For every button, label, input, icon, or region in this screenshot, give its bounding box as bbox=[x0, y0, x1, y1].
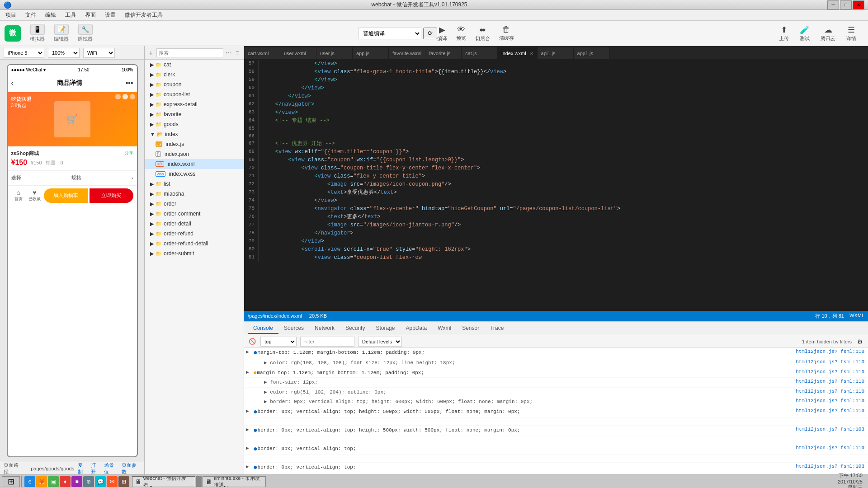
switch-btn[interactable]: ⬌ 切后台 bbox=[475, 25, 490, 42]
taskbar-kminrite[interactable]: 🖥 kminrite.exe - 市用度推通... bbox=[203, 476, 266, 487]
tab-cart-wxml[interactable]: cart.wxml bbox=[244, 47, 280, 59]
devtools-content[interactable]: ▶ ● margin-top: 1.12em; margin-bottom: 1… bbox=[244, 348, 868, 474]
tree-item-cat[interactable]: ▶ 📁 cat bbox=[145, 60, 244, 70]
refresh-btn[interactable]: ⟳ bbox=[423, 28, 437, 39]
code-content[interactable]: 57 </view> 58 <view class="flex-grow-1 t… bbox=[244, 60, 868, 311]
compile-btn[interactable]: ▶ 编译 bbox=[437, 25, 447, 42]
devtools-tab-security[interactable]: Security bbox=[340, 323, 370, 334]
tree-item-index[interactable]: ▼ 📂 index bbox=[145, 129, 244, 139]
tree-item-goods[interactable]: ▶ 📁 goods bbox=[145, 119, 244, 129]
fav-tab-btn[interactable]: ♥ 已收藏 bbox=[28, 189, 42, 202]
home-tab-btn[interactable]: ⌂ 首页 bbox=[11, 189, 26, 202]
debugger-btn[interactable]: 🔧 调试器 bbox=[78, 24, 93, 42]
tree-item-coupon-list[interactable]: ▶ 📁 coupon-list bbox=[145, 89, 244, 99]
expander-icon[interactable]: ▶ bbox=[246, 349, 253, 355]
open-btn[interactable]: 打开 bbox=[91, 462, 100, 475]
tab-user-wxml[interactable]: user.wxml bbox=[280, 47, 316, 59]
expander-icon[interactable]: ▶ bbox=[246, 408, 253, 414]
devtools-tab-console[interactable]: Console bbox=[248, 323, 278, 334]
tab-user-js[interactable]: user.js bbox=[316, 47, 353, 59]
add-cart-btn[interactable]: 加入购物车 bbox=[44, 188, 88, 203]
tree-item-miaosha[interactable]: ▶ 📁 miaosha bbox=[145, 189, 244, 199]
scene-label[interactable]: 场景值 bbox=[104, 462, 118, 475]
tab-index-wxml[interactable]: index.wxml ✕ bbox=[498, 47, 537, 59]
detail-btn[interactable]: ☰ 详情 bbox=[846, 25, 856, 42]
menu-project[interactable]: 项目 bbox=[3, 10, 19, 20]
taskbar-app7-icon[interactable]: ⊞ bbox=[118, 476, 129, 487]
tree-item-order-refund-detail[interactable]: ▶ 📁 order-refund-detail bbox=[145, 239, 244, 249]
taskbar-fox-icon[interactable]: 🦊 bbox=[36, 476, 47, 487]
devtools-tab-wxml[interactable]: Wxml bbox=[432, 323, 457, 334]
tree-item-order-detail[interactable]: ▶ 📁 order-detail bbox=[145, 219, 244, 229]
preview-btn[interactable]: 👁 预览 bbox=[456, 25, 466, 42]
tree-item-index-json[interactable]: {} index.json bbox=[145, 149, 244, 159]
taskbar-app5-icon[interactable]: 💬 bbox=[95, 476, 106, 487]
tree-item-coupon[interactable]: ▶ 📁 coupon bbox=[145, 80, 244, 89]
minimize-button[interactable]: ─ bbox=[827, 0, 839, 9]
editor-btn[interactable]: 📝 编辑器 bbox=[54, 24, 69, 42]
maximize-button[interactable]: □ bbox=[840, 0, 852, 9]
tree-item-index-wxss[interactable]: wss index.wxss bbox=[145, 169, 244, 179]
add-file-btn[interactable]: + bbox=[147, 48, 155, 57]
buy-now-btn[interactable]: 立即购买 bbox=[90, 188, 133, 203]
share-btn[interactable]: 分享 bbox=[124, 150, 133, 156]
devtools-tab-sensor[interactable]: Sensor bbox=[457, 323, 485, 334]
taskbar-app4-icon[interactable]: ⊕ bbox=[83, 476, 94, 487]
taskbar-app3-icon[interactable]: ■ bbox=[71, 476, 82, 487]
device-select[interactable]: iPhone 5 bbox=[4, 48, 44, 58]
tree-item-clerk[interactable]: ▶ 📁 clerk bbox=[145, 70, 244, 80]
zoom-select[interactable]: 100% bbox=[48, 48, 80, 58]
menu-wechat-dev[interactable]: 微信开发者工具 bbox=[122, 10, 165, 20]
console-clear-btn[interactable]: 🚫 bbox=[248, 337, 257, 346]
expander-icon[interactable]: ▶ bbox=[246, 445, 253, 451]
console-level-select[interactable]: Default levels bbox=[358, 337, 402, 347]
devtools-tab-storage[interactable]: Storage bbox=[370, 323, 400, 334]
menu-file[interactable]: 文件 bbox=[23, 10, 39, 20]
tree-item-express[interactable]: ▶ 📁 express-detail bbox=[145, 99, 244, 109]
menu-settings[interactable]: 设置 bbox=[102, 10, 118, 20]
expander-icon[interactable]: ▶ bbox=[246, 427, 253, 432]
params-label[interactable]: 页面参数 bbox=[122, 462, 141, 475]
tab-api1-js[interactable]: api1.js bbox=[538, 47, 574, 59]
console-link[interactable]: html12json.js? fsml:110 bbox=[796, 349, 866, 354]
tree-item-order[interactable]: ▶ 📁 order bbox=[145, 199, 244, 209]
console-link[interactable]: html12json.js? fsml:103 bbox=[796, 427, 866, 432]
file-search-input[interactable] bbox=[156, 48, 223, 57]
menu-interface[interactable]: 界面 bbox=[82, 10, 99, 20]
taskbar-webchat[interactable]: 🖥 webchat - 微信开发者... bbox=[132, 476, 195, 487]
tree-menu-btn[interactable]: ⋯ bbox=[225, 48, 232, 57]
console-link[interactable]: html12json.js? fsml:110 bbox=[796, 389, 866, 394]
devtools-tab-network[interactable]: Network bbox=[309, 323, 340, 334]
cloud-btn[interactable]: ☁ 腾讯云 bbox=[821, 25, 835, 42]
tab-favorite-js[interactable]: favorite.js bbox=[425, 47, 462, 59]
option-row[interactable]: 选择 规格 › bbox=[11, 173, 133, 183]
console-link[interactable]: html12json.js? fsml:110 bbox=[796, 359, 866, 365]
devtools-tab-trace[interactable]: Trace bbox=[485, 323, 509, 334]
tab-close-btn[interactable]: ✕ bbox=[530, 51, 533, 56]
tree-item-list[interactable]: ▶ 📁 list bbox=[145, 179, 244, 189]
tree-item-order-refund[interactable]: ▶ 📁 order-refund bbox=[145, 229, 244, 239]
tree-sort-btn[interactable]: ≡ bbox=[234, 48, 241, 57]
console-link[interactable]: html12json.js? fsml:110 bbox=[796, 398, 866, 404]
nav-more-btn[interactable]: ••• bbox=[126, 79, 133, 87]
copy-btn[interactable]: 复制 bbox=[78, 462, 87, 475]
upload-btn[interactable]: ⬆ 上传 bbox=[779, 25, 789, 42]
taskbar-app6-icon[interactable]: ✉ bbox=[107, 476, 118, 487]
menu-edit[interactable]: 编辑 bbox=[42, 10, 59, 20]
taskbar-ie-icon[interactable]: e bbox=[24, 476, 35, 487]
taskbar-app2-icon[interactable]: ♦ bbox=[60, 476, 71, 487]
tab-favorite-wxml[interactable]: favorite.wxml bbox=[389, 47, 425, 59]
console-link[interactable]: html12json.js? fsml:110 bbox=[796, 369, 866, 375]
devtools-tab-appdata[interactable]: AppData bbox=[400, 323, 432, 334]
tab-app1-js[interactable]: app1.js bbox=[574, 47, 610, 59]
compile-select[interactable]: 普通编译 bbox=[358, 28, 421, 39]
console-link[interactable]: html12json.js? fsml:110 bbox=[796, 379, 866, 384]
simulator-btn[interactable]: 📱 模拟器 bbox=[30, 24, 45, 42]
expander-icon[interactable]: ▶ bbox=[246, 464, 253, 469]
console-link[interactable]: html12json.js? fsml:103 bbox=[796, 464, 866, 469]
tree-item-index-js[interactable]: JS index.js bbox=[145, 139, 244, 149]
expander-icon[interactable]: ▶ bbox=[246, 369, 253, 375]
devtools-settings-btn[interactable]: ⚙ bbox=[855, 337, 864, 346]
console-filter-input[interactable] bbox=[300, 337, 354, 347]
tree-item-index-wxml[interactable]: </> index.wxml bbox=[145, 159, 244, 169]
